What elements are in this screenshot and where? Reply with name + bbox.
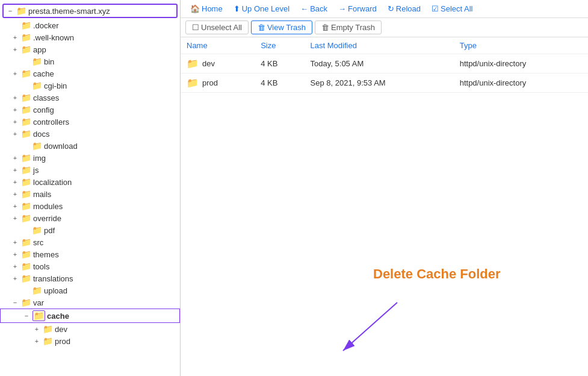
file-name: prod (202, 78, 218, 87)
folder-icon: 📁 (21, 274, 31, 283)
tree-item[interactable]: + 📁 .well-known (0, 31, 180, 43)
folder-icon: 📁 (21, 105, 31, 114)
empty-trash-icon: 🗑 (321, 23, 329, 32)
folder-icon: 📁 (21, 213, 31, 223)
unselect-checkbox-icon: ☐ (192, 23, 199, 32)
folder-icon: 📁 (43, 324, 53, 334)
folder-icon: 📁 (21, 20, 31, 30)
file-tree-sidebar: − 📁 presta.theme-smart.xyz 📁 .docker + 📁… (0, 0, 181, 376)
tree-root-item[interactable]: − 📁 presta.theme-smart.xyz (2, 4, 178, 18)
root-label: presta.theme-smart.xyz (28, 7, 110, 16)
forward-icon: → (338, 4, 346, 13)
file-type: httpd/unix-directory (454, 74, 588, 93)
tree-item[interactable]: + 📁 js (0, 164, 180, 176)
folder-icon: 📁 (21, 237, 31, 247)
tree-toggle[interactable]: − (6, 7, 14, 14)
file-modified: Sep 8, 2021, 9:53 AM (305, 74, 454, 93)
tree-item[interactable]: + 📁 config (0, 104, 180, 116)
folder-icon: 📁 (43, 336, 53, 346)
files-list: Name Size Last Modified Type 📁 dev 4 KB … (181, 37, 588, 93)
reload-button[interactable]: ↻ Reload (383, 2, 426, 15)
folder-icon: 📁 (21, 165, 31, 175)
main-panel: 🏠 Home ⬆ Up One Level ← Back → Forward ↻… (181, 0, 588, 376)
reload-icon: ↻ (388, 4, 394, 13)
col-modified: Last Modified (305, 37, 454, 54)
toolbar-top: 🏠 Home ⬆ Up One Level ← Back → Forward ↻… (181, 0, 588, 18)
tree-item[interactable]: + 📁 app (0, 43, 180, 55)
folder-icon: 📁 (21, 69, 31, 78)
toolbar-bottom: ☐ Unselect All 🗑 View Trash 🗑 Empty Tras… (181, 18, 588, 37)
back-button[interactable]: ← Back (296, 2, 332, 15)
select-all-button[interactable]: ☑ Select All (427, 2, 477, 15)
folder-icon: 📁 (21, 153, 31, 163)
folder-icon: 📁 (32, 286, 42, 295)
empty-trash-button[interactable]: 🗑 Empty Trash (315, 20, 382, 34)
folder-icon: 📁 (21, 33, 31, 42)
tree-item[interactable]: + 📁 prod (0, 335, 180, 347)
file-name-cell: 📁 prod (181, 74, 255, 93)
tree-item-cache-selected[interactable]: − 📁 cache (0, 309, 180, 323)
view-trash-icon: 🗑 (258, 23, 265, 32)
col-type: Type (454, 37, 588, 54)
folder-icon: 📁 (21, 93, 31, 102)
folder-icon-selected: 📁 (32, 310, 45, 321)
folder-icon: 📁 (187, 77, 199, 89)
home-button[interactable]: 🏠 Home (185, 2, 227, 15)
folder-icon: 📁 (21, 129, 31, 139)
folder-icon: 📁 (187, 58, 199, 69)
folder-icon: 📁 (21, 262, 31, 271)
folder-icon: 📁 (21, 249, 31, 259)
file-size: 4 KB (255, 74, 304, 93)
folder-icon: 📁 (21, 117, 31, 127)
tree-item[interactable]: + 📁 tools (0, 260, 180, 272)
tree-item[interactable]: + 📁 override (0, 212, 180, 224)
tree-item[interactable]: + 📁 controllers (0, 116, 180, 128)
folder-icon: 📁 (21, 45, 31, 54)
tree-item[interactable]: + 📁 translations (0, 272, 180, 284)
root-folder-icon: 📁 (16, 6, 26, 16)
up-button[interactable]: ⬆ Up One Level (229, 2, 295, 15)
tree-item[interactable]: 📁 download (0, 140, 180, 152)
tree-item[interactable]: 📁 cgi-bin (0, 80, 180, 92)
folder-icon: 📁 (21, 201, 31, 211)
content-wrapper: Name Size Last Modified Type 📁 dev 4 KB … (181, 37, 588, 376)
tree-item[interactable]: + 📁 mails (0, 188, 180, 200)
tree-item[interactable]: + 📁 classes (0, 92, 180, 104)
table-row[interactable]: 📁 prod 4 KB Sep 8, 2021, 9:53 AM httpd/u… (181, 74, 588, 93)
folder-icon: 📁 (32, 81, 42, 90)
tree-item[interactable]: + 📁 themes (0, 248, 180, 260)
tree-item[interactable]: 📁 .docker (0, 19, 180, 31)
tree-item[interactable]: + 📁 dev (0, 323, 180, 335)
folder-icon: 📁 (21, 177, 31, 187)
unselect-all-button[interactable]: ☐ Unselect All (185, 20, 249, 34)
file-modified: Today, 5:05 AM (305, 54, 454, 74)
file-type: httpd/unix-directory (454, 54, 588, 74)
tree-item[interactable]: 📁 bin (0, 55, 180, 67)
tree-item[interactable]: + 📁 cache (0, 67, 180, 80)
tree-item[interactable]: + 📁 docs (0, 128, 180, 140)
tree-item-var[interactable]: − 📁 var (0, 296, 180, 309)
folder-icon: 📁 (32, 225, 42, 235)
col-name: Name (181, 37, 255, 54)
up-icon: ⬆ (234, 4, 240, 13)
folder-icon: 📁 (32, 57, 42, 66)
table-row[interactable]: 📁 dev 4 KB Today, 5:05 AM httpd/unix-dir… (181, 54, 588, 74)
tree-item[interactable]: + 📁 src (0, 236, 180, 248)
select-all-icon: ☑ (432, 4, 439, 13)
forward-button[interactable]: → Forward (333, 2, 382, 15)
tree-item[interactable]: + 📁 img (0, 152, 180, 164)
file-name-cell: 📁 dev (181, 54, 255, 74)
tree-item[interactable]: + 📁 modules (0, 200, 180, 212)
tree-item[interactable]: 📁 upload (0, 284, 180, 296)
col-size: Size (255, 37, 304, 54)
folder-icon: 📁 (32, 141, 42, 151)
folder-icon: 📁 (21, 189, 31, 199)
back-icon: ← (300, 4, 308, 13)
tree-item[interactable]: + 📁 localization (0, 176, 180, 188)
folder-icon: 📁 (21, 298, 31, 307)
file-size: 4 KB (255, 54, 304, 74)
view-trash-button[interactable]: 🗑 View Trash (251, 20, 312, 34)
home-icon: 🏠 (190, 4, 200, 13)
tree-item[interactable]: 📁 pdf (0, 224, 180, 236)
file-table: Name Size Last Modified Type 📁 dev 4 KB … (181, 37, 588, 376)
